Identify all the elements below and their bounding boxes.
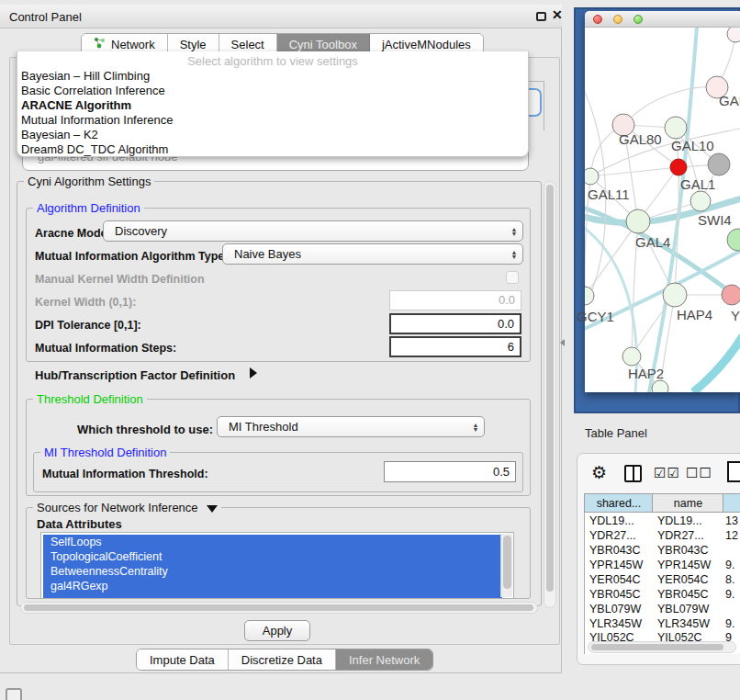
- mi-threshold-field[interactable]: 0.5: [384, 461, 516, 482]
- vertical-scrollbar[interactable]: [544, 181, 556, 608]
- select-all-checkboxes-icon[interactable]: ☑☑: [654, 465, 680, 481]
- table-cell[interactable]: YPR145W: [657, 559, 711, 571]
- mi-type-combo[interactable]: Naive Bayes ▲▼: [222, 243, 523, 265]
- tab-discretize-data-label: Discretize Data: [241, 653, 322, 667]
- sources-title-text: Sources for Network Inference: [37, 501, 198, 514]
- table-cell[interactable]: YER054C: [589, 573, 641, 586]
- which-threshold-combo[interactable]: MI Threshold ▲▼: [217, 416, 485, 437]
- table-cell[interactable]: YIL052C: [657, 631, 702, 641]
- table-cell[interactable]: YBL079W: [657, 603, 709, 615]
- threshold-definition-title: Threshold Definition: [33, 392, 147, 406]
- close-traffic-light-icon[interactable]: [593, 15, 602, 24]
- column-header-partial[interactable]: [723, 493, 740, 513]
- table-cell[interactable]: YBR045C: [657, 588, 709, 601]
- columns-icon[interactable]: [624, 465, 642, 482]
- horizontal-scrollbar-thumb[interactable]: [24, 604, 533, 611]
- list-item[interactable]: gal4RGexp: [43, 579, 502, 593]
- list-item[interactable]: BetweennessCentrality: [43, 564, 502, 579]
- list-item-partial[interactable]: [43, 593, 502, 598]
- tab-jactivemnodules-label: jActiveMNodules: [382, 38, 471, 51]
- tab-infer-network[interactable]: Infer Network: [336, 649, 432, 670]
- gear-icon[interactable]: ⚙: [591, 462, 607, 483]
- tab-impute-data-label: Impute Data: [150, 653, 215, 667]
- table-horizontal-scrollbar-thumb[interactable]: [591, 644, 723, 650]
- node-label-gal: GAL: [719, 93, 740, 108]
- control-panel-titlebar: [0, 5, 562, 28]
- popup-item[interactable]: Dream8 DC_TDC Algorithm: [21, 142, 168, 156]
- list-item[interactable]: SelfLoops: [43, 535, 502, 549]
- node-label-gal1: GAL1: [680, 176, 715, 192]
- float-window-icon[interactable]: [536, 12, 546, 21]
- stepper-icon: ▲▼: [467, 423, 484, 432]
- popup-item[interactable]: Basic Correlation Inference: [21, 84, 165, 97]
- table-cell[interactable]: YBR043C: [657, 544, 709, 557]
- network-canvas[interactable]: [585, 28, 740, 392]
- table-cell[interactable]: YBL079W: [589, 603, 641, 615]
- table-cell[interactable]: YDL19...: [657, 514, 702, 527]
- horizontal-scrollbar[interactable]: [20, 602, 538, 614]
- popup-item[interactable]: Mutual Information Inference: [21, 113, 173, 127]
- node-label-gal11: GAL11: [588, 186, 630, 202]
- table-cell[interactable]: YDR27...: [657, 529, 704, 542]
- kernel-width-label: Kernel Width (0,1):: [35, 296, 136, 309]
- mi-steps-field[interactable]: 6: [389, 336, 521, 357]
- table-cell[interactable]: 9.: [725, 559, 734, 571]
- table-cell[interactable]: YER054C: [657, 573, 709, 586]
- column-header-shared-name[interactable]: shared...: [584, 493, 653, 513]
- kernel-width-field[interactable]: 0.0: [389, 290, 521, 310]
- mi-threshold-group-title: MI Threshold Definition: [40, 446, 170, 459]
- close-icon[interactable]: ✕: [552, 7, 563, 22]
- tab-cyni-toolbox-label: Cyni Toolbox: [289, 38, 357, 51]
- network-window-titlebar[interactable]: [585, 11, 740, 28]
- table-cell[interactable]: 12: [725, 529, 738, 542]
- node-label-y: Y: [731, 308, 740, 323]
- popup-item[interactable]: Bayesian – Hill Climbing: [21, 69, 150, 83]
- expand-arrow-icon[interactable]: [250, 367, 257, 378]
- tab-infer-network-label: Infer Network: [349, 653, 420, 667]
- panel-splitter-arrow[interactable]: [560, 339, 565, 346]
- which-threshold-value: MI Threshold: [218, 420, 467, 434]
- manual-kernel-checkbox[interactable]: [506, 271, 519, 284]
- mi-type-value: Naive Bayes: [223, 247, 506, 261]
- apply-button[interactable]: Apply: [244, 620, 310, 641]
- list-scrollbar-thumb[interactable]: [503, 536, 511, 589]
- table-cell[interactable]: 9.: [725, 617, 734, 630]
- aracne-mode-combo[interactable]: Discovery ▲▼: [103, 220, 523, 242]
- table-cell[interactable]: YIL052C: [589, 631, 634, 641]
- table-cell[interactable]: YLR345W: [657, 617, 710, 630]
- dpi-tolerance-label: DPI Tolerance [0,1]:: [35, 319, 141, 332]
- groupbox-fragment-line: [544, 81, 544, 130]
- table-cell[interactable]: 13: [725, 514, 738, 527]
- application-window: Control Panel ✕ Network Style Select Cyn…: [0, 0, 740, 700]
- tab-style-label: Style: [180, 38, 207, 51]
- minimize-traffic-light-icon[interactable]: [613, 15, 622, 24]
- list-scrollbar[interactable]: [500, 534, 512, 597]
- hub-definition-label: Hub/Transcription Factor Definition: [35, 368, 235, 382]
- stepper-icon: ▲▼: [506, 250, 522, 259]
- column-header-name[interactable]: name: [652, 493, 723, 513]
- table-cell[interactable]: YDL19...: [589, 514, 634, 527]
- popup-item-selected[interactable]: ARACNE Algorithm: [21, 98, 131, 112]
- dpi-tolerance-field[interactable]: 0.0: [389, 313, 521, 334]
- minimized-panel-icon[interactable]: [6, 688, 22, 700]
- table-cell[interactable]: YBR045C: [589, 588, 641, 601]
- popup-item[interactable]: Bayesian – K2: [21, 128, 98, 141]
- table-cell[interactable]: YDR27...: [589, 529, 636, 542]
- export-table-icon[interactable]: [727, 461, 740, 482]
- list-item[interactable]: TopologicalCoefficient: [43, 549, 502, 564]
- table-panel-title: Table Panel: [585, 426, 647, 440]
- table-cell[interactable]: YLR345W: [589, 617, 642, 630]
- zoom-traffic-light-icon[interactable]: [633, 15, 643, 24]
- table-cell[interactable]: 9: [725, 631, 732, 641]
- tab-discretize-data[interactable]: Discretize Data: [229, 649, 336, 670]
- deselect-all-checkboxes-icon[interactable]: ☐☐: [686, 465, 712, 481]
- collapse-arrow-icon[interactable]: [207, 505, 218, 513]
- table-cell[interactable]: 9.: [725, 588, 734, 601]
- table-horizontal-scrollbar[interactable]: [588, 641, 736, 653]
- tab-impute-data[interactable]: Impute Data: [137, 649, 229, 670]
- tab-select-label: Select: [231, 38, 264, 51]
- vertical-scrollbar-thumb[interactable]: [546, 185, 554, 592]
- table-cell[interactable]: 8.: [725, 573, 734, 586]
- table-cell[interactable]: YBR043C: [589, 544, 641, 557]
- table-cell[interactable]: YPR145W: [589, 559, 643, 571]
